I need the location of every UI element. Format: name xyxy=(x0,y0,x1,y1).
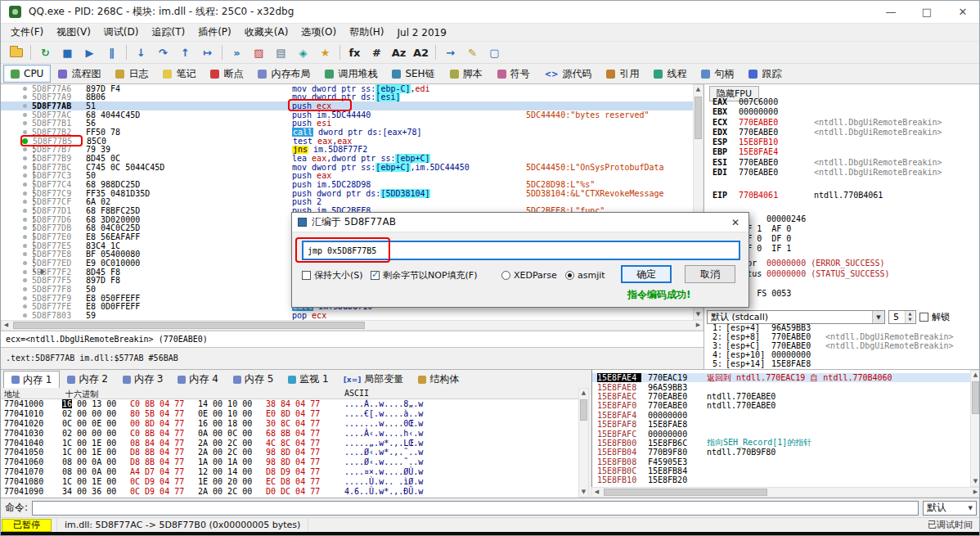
tab-script[interactable]: 脚本 xyxy=(443,64,490,84)
scrollbar-thumb[interactable] xyxy=(695,97,702,139)
register-row[interactable]: EDX770EABE0<ntdll.DbgUiRemoteBreakin> xyxy=(713,128,979,137)
menu-item[interactable]: 插件(P) xyxy=(191,24,238,41)
row-dot[interactable] xyxy=(23,147,27,151)
tab-symbols[interactable]: 符号 xyxy=(490,64,537,84)
row-dot[interactable] xyxy=(23,156,27,160)
disasm-row[interactable]: 5D8F77B779 39jns im.5D8F77F2 xyxy=(1,146,693,155)
bottom-tab-struct[interactable]: 结构体 xyxy=(411,371,466,388)
graph-button[interactable]: ◈ xyxy=(293,43,313,62)
notes-button[interactable]: ✎ xyxy=(462,43,483,62)
ok-button[interactable]: 确定 xyxy=(621,265,672,283)
row-dot[interactable] xyxy=(23,252,27,256)
disasm-row[interactable]: 5D8F77C9FF35 0481D35Dpush dword ptr ds:[… xyxy=(1,189,693,198)
calling-convention-dropdown[interactable]: 默认 (stdcall)▼ xyxy=(707,310,885,324)
row-dot[interactable] xyxy=(23,270,27,274)
row-dot[interactable] xyxy=(23,287,27,291)
dump-row[interactable]: 7704100016 00 13 00C0 8B 04 7714 00 10 0… xyxy=(1,399,578,409)
xedparse-radio[interactable]: XEDParse xyxy=(501,268,557,282)
menu-item[interactable]: 追踪(T) xyxy=(145,24,191,41)
scrollbar-thumb[interactable] xyxy=(580,399,587,421)
hash-button[interactable]: # xyxy=(366,43,387,62)
register-row[interactable]: EAX007C6000 xyxy=(713,97,979,107)
disasm-row[interactable]: 5D8F77C468 988DC25Dpush im.5DC28D985DC28… xyxy=(1,180,693,189)
open-file-button[interactable] xyxy=(6,43,26,62)
unlock-checkbox[interactable]: 解锁 xyxy=(919,311,950,323)
bottom-tab-memory[interactable]: 内存 3 xyxy=(115,371,170,388)
argument-row[interactable]: 4:[esp+10]00000000 xyxy=(713,350,979,359)
dialog-title-bar[interactable]: 汇编于 5D8F77AB ✕ xyxy=(292,213,748,232)
strings-button[interactable]: Az xyxy=(389,43,409,62)
bottom-tab-locals[interactable]: [x=]局部变量 xyxy=(336,371,411,388)
stack-row[interactable]: 15E8FAFC00000000 xyxy=(592,429,970,438)
tab-breakpoint[interactable]: 断点 xyxy=(203,64,250,84)
dump-vscrollbar[interactable]: ▲ ▼ xyxy=(578,388,589,498)
row-dot[interactable] xyxy=(23,218,27,222)
argument-row[interactable]: 5:[esp+14]15E8FAE8 xyxy=(713,359,979,368)
stack-row[interactable]: 15E8FB08F45905E3 xyxy=(592,457,970,466)
disasm-hscrollbar[interactable]: ◀ ▶ xyxy=(1,320,704,331)
row-dot[interactable] xyxy=(23,130,27,134)
argument-row[interactable]: 1:[esp+4]96A59BB3 xyxy=(713,323,979,332)
register-row[interactable]: EDI770EABE0<ntdll.DbgUiRemoteBreakin> xyxy=(713,168,979,178)
step-over-button[interactable]: ↷ xyxy=(153,43,173,62)
stack-row[interactable]: 15E8FAEC770EABE0ntdll.770EABE0 xyxy=(592,392,970,401)
row-dot[interactable] xyxy=(23,313,27,318)
disasm-row[interactable]: 5D8F77A98B06mov dword ptr ds:[esi] xyxy=(1,93,693,102)
run-button[interactable]: ▶ xyxy=(79,43,100,62)
row-dot[interactable] xyxy=(23,95,27,99)
argument-depth-spinner[interactable]: 5▲▼ xyxy=(888,310,916,324)
row-dot[interactable] xyxy=(23,278,27,282)
disasm-row[interactable]: 5D8F77B2FF50 78call dword ptr ds:[eax+78… xyxy=(1,128,693,137)
disasm-row[interactable]: 5D8F77AC68 4044C45Dpush im.5DC444405DC44… xyxy=(1,110,693,119)
row-dot[interactable] xyxy=(23,113,27,117)
scroll-right-icon[interactable]: ▶ xyxy=(971,488,980,497)
menu-item[interactable]: 选项(O) xyxy=(294,24,343,41)
row-dot[interactable] xyxy=(23,226,27,230)
tab-notes[interactable]: 笔记 xyxy=(155,64,203,84)
row-dot[interactable] xyxy=(23,244,27,248)
stack-row[interactable]: 15E8FAF815E8FAE8 xyxy=(592,420,970,429)
stack-row[interactable]: 15E8FAF0770EABE0ntdll.770EABE0 xyxy=(592,401,970,410)
dump-row[interactable]: 7704109034 00 36 000C D9 04 772A 00 2C 0… xyxy=(1,486,578,496)
patches-button[interactable]: ▨ xyxy=(249,43,269,62)
disasm-row[interactable]: 5D8F77C350push eax xyxy=(1,172,693,181)
disasm-row[interactable]: 5D8F77B98D45 0Clea eax,dword ptr ss:[ebp… xyxy=(1,154,693,163)
disasm-row[interactable]: 5D8F77A6897D F4mov dword ptr ss:[ebp-C],… xyxy=(1,84,693,93)
disasm-row[interactable]: 5D8F780359pop ecx xyxy=(1,311,693,320)
disasm-row[interactable]: 5D8F77B156push esi xyxy=(1,119,693,128)
bottom-tab-memory[interactable]: 内存 5 xyxy=(226,371,281,388)
dump-pane[interactable]: 7704100016 00 13 00C0 8B 04 7714 00 10 0… xyxy=(1,399,578,498)
row-dot[interactable] xyxy=(23,261,27,265)
nop-fill-checkbox[interactable]: 剩余字节以NOP填充(F) xyxy=(371,268,477,282)
close-button[interactable]: ✕ xyxy=(945,1,980,24)
scroll-right-icon[interactable]: ▶ xyxy=(694,321,703,330)
minimize-button[interactable]: — xyxy=(873,1,909,24)
scroll-up-icon[interactable]: ▲ xyxy=(694,85,703,94)
register-row[interactable]: EIP770B4061ntdll.770B4061 xyxy=(713,191,979,200)
run-to-return-button[interactable]: ↦ xyxy=(197,43,218,62)
row-dot[interactable] xyxy=(23,191,27,196)
row-dot[interactable] xyxy=(23,235,27,239)
tab-graph[interactable]: 流程图 xyxy=(51,64,108,84)
asmjit-radio[interactable]: asmjit xyxy=(565,268,605,282)
pause-button[interactable]: ∥ xyxy=(101,43,122,62)
stack-vscrollbar[interactable]: ▲ ▼ xyxy=(970,370,980,487)
scrollbar-thumb[interactable] xyxy=(604,489,767,496)
register-row[interactable]: ESP15E8FB10 xyxy=(713,137,979,147)
chevron-down-icon[interactable]: ▼ xyxy=(872,311,884,323)
scroll-left-icon[interactable]: ◀ xyxy=(592,488,601,497)
dump-row[interactable]: 770410801C 00 1E 000C D9 04 771E 00 20 0… xyxy=(1,476,578,486)
dump-row[interactable]: 770410501C 00 1E 00D8 8B 04 772A 00 2C 0… xyxy=(1,448,578,457)
stack-row[interactable]: 15E8FB04770B9F80ntdll.770B9F80 xyxy=(592,448,970,457)
scroll-left-icon[interactable]: ◀ xyxy=(2,321,11,330)
animate-button[interactable]: » xyxy=(227,43,247,62)
tab-log[interactable]: 日志 xyxy=(108,64,155,84)
dump-row[interactable]: 7704107008 00 0A 00A4 D7 04 7712 00 14 0… xyxy=(1,467,578,477)
argument-row[interactable]: 3:[esp+C]770EABE0<ntdll.DbgUiRemoteBreak… xyxy=(713,341,979,350)
row-dot[interactable] xyxy=(23,173,27,178)
scroll-down-icon[interactable]: ▼ xyxy=(971,477,980,486)
stack-row[interactable]: 15E8FAF400000000 xyxy=(592,411,970,420)
stop-button[interactable]: ■ xyxy=(57,43,78,62)
scroll-down-icon[interactable]: ▼ xyxy=(694,310,703,319)
bottom-tab-memory[interactable]: 内存 2 xyxy=(60,371,115,388)
